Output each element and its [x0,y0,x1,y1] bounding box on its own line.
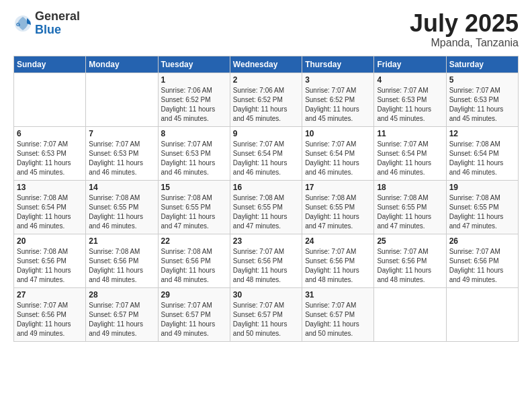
week-row-3: 13Sunrise: 7:08 AM Sunset: 6:54 PM Dayli… [14,180,519,234]
day-number: 25 [377,236,443,246]
calendar-cell: 31Sunrise: 7:07 AM Sunset: 6:57 PM Dayli… [302,287,374,341]
day-number: 9 [233,129,299,138]
calendar-cell: 28Sunrise: 7:07 AM Sunset: 6:57 PM Dayli… [86,287,158,341]
week-row-4: 20Sunrise: 7:08 AM Sunset: 6:56 PM Dayli… [14,234,519,287]
calendar-cell [86,73,158,126]
calendar-cell: 8Sunrise: 7:07 AM Sunset: 6:53 PM Daylig… [158,126,230,180]
cell-content: Sunrise: 7:07 AM Sunset: 6:56 PM Dayligh… [377,247,443,285]
calendar-cell: 30Sunrise: 7:07 AM Sunset: 6:57 PM Dayli… [230,287,302,341]
day-number: 15 [161,183,227,192]
column-header-monday: Monday [86,56,158,73]
svg-text:G: G [16,21,20,28]
calendar-cell: 5Sunrise: 7:07 AM Sunset: 6:53 PM Daylig… [446,73,518,126]
calendar-cell: 15Sunrise: 7:08 AM Sunset: 6:55 PM Dayli… [158,180,230,234]
logo-icon: G [13,14,32,33]
day-number: 27 [17,290,83,300]
cell-content: Sunrise: 7:07 AM Sunset: 6:57 PM Dayligh… [161,301,227,338]
day-number: 14 [89,183,154,192]
day-number: 29 [161,290,227,300]
header: G General Blue July 2025 Mpanda, Tanzani… [13,10,519,49]
day-number: 3 [305,75,371,85]
cell-content: Sunrise: 7:07 AM Sunset: 6:56 PM Dayligh… [233,247,299,285]
day-number: 5 [449,75,515,85]
day-number: 22 [161,236,227,246]
calendar-cell: 29Sunrise: 7:07 AM Sunset: 6:57 PM Dayli… [158,287,230,341]
month-title: July 2025 [410,10,519,37]
calendar-cell: 3Sunrise: 7:07 AM Sunset: 6:52 PM Daylig… [302,73,374,126]
calendar-cell: 27Sunrise: 7:07 AM Sunset: 6:56 PM Dayli… [14,287,86,341]
cell-content: Sunrise: 7:08 AM Sunset: 6:55 PM Dayligh… [449,193,515,231]
calendar-cell: 17Sunrise: 7:08 AM Sunset: 6:55 PM Dayli… [302,180,374,234]
cell-content: Sunrise: 7:07 AM Sunset: 6:53 PM Dayligh… [161,140,227,177]
cell-content: Sunrise: 7:07 AM Sunset: 6:57 PM Dayligh… [233,301,299,338]
cell-content: Sunrise: 7:08 AM Sunset: 6:56 PM Dayligh… [17,247,83,285]
calendar-cell: 22Sunrise: 7:08 AM Sunset: 6:56 PM Dayli… [158,234,230,287]
day-number: 19 [449,183,515,192]
week-row-1: 1Sunrise: 7:06 AM Sunset: 6:52 PM Daylig… [14,73,519,126]
calendar-cell: 23Sunrise: 7:07 AM Sunset: 6:56 PM Dayli… [230,234,302,287]
cell-content: Sunrise: 7:07 AM Sunset: 6:53 PM Dayligh… [377,86,443,124]
day-number: 12 [449,129,515,138]
day-number: 13 [17,183,83,192]
calendar-cell: 1Sunrise: 7:06 AM Sunset: 6:52 PM Daylig… [158,73,230,126]
cell-content: Sunrise: 7:07 AM Sunset: 6:54 PM Dayligh… [305,140,371,177]
calendar-cell: 12Sunrise: 7:08 AM Sunset: 6:54 PM Dayli… [446,126,518,180]
week-row-5: 27Sunrise: 7:07 AM Sunset: 6:56 PM Dayli… [14,287,519,341]
calendar-cell [446,287,518,341]
calendar-cell: 26Sunrise: 7:07 AM Sunset: 6:56 PM Dayli… [446,234,518,287]
column-header-sunday: Sunday [14,56,86,73]
column-header-friday: Friday [374,56,446,73]
cell-content: Sunrise: 7:07 AM Sunset: 6:53 PM Dayligh… [17,140,83,177]
calendar-cell [374,287,446,341]
day-number: 4 [377,75,443,85]
calendar-cell: 10Sunrise: 7:07 AM Sunset: 6:54 PM Dayli… [302,126,374,180]
column-header-thursday: Thursday [302,56,374,73]
day-number: 16 [233,183,299,192]
calendar-cell: 2Sunrise: 7:06 AM Sunset: 6:52 PM Daylig… [230,73,302,126]
logo-blue-label: Blue [35,24,80,37]
cell-content: Sunrise: 7:07 AM Sunset: 6:53 PM Dayligh… [89,140,154,177]
day-number: 23 [233,236,299,246]
week-row-2: 6Sunrise: 7:07 AM Sunset: 6:53 PM Daylig… [14,126,519,180]
cell-content: Sunrise: 7:06 AM Sunset: 6:52 PM Dayligh… [161,86,227,124]
calendar-cell: 4Sunrise: 7:07 AM Sunset: 6:53 PM Daylig… [374,73,446,126]
calendar-cell: 21Sunrise: 7:08 AM Sunset: 6:56 PM Dayli… [86,234,158,287]
calendar-cell: 25Sunrise: 7:07 AM Sunset: 6:56 PM Dayli… [374,234,446,287]
cell-content: Sunrise: 7:07 AM Sunset: 6:54 PM Dayligh… [233,140,299,177]
day-number: 31 [305,290,371,300]
calendar-cell: 24Sunrise: 7:07 AM Sunset: 6:56 PM Dayli… [302,234,374,287]
cell-content: Sunrise: 7:07 AM Sunset: 6:52 PM Dayligh… [305,86,371,124]
day-number: 28 [89,290,154,300]
page: G General Blue July 2025 Mpanda, Tanzani… [0,0,532,411]
calendar-cell: 9Sunrise: 7:07 AM Sunset: 6:54 PM Daylig… [230,126,302,180]
day-number: 18 [377,183,443,192]
calendar-cell: 16Sunrise: 7:08 AM Sunset: 6:55 PM Dayli… [230,180,302,234]
cell-content: Sunrise: 7:08 AM Sunset: 6:55 PM Dayligh… [377,193,443,231]
calendar-cell: 13Sunrise: 7:08 AM Sunset: 6:54 PM Dayli… [14,180,86,234]
cell-content: Sunrise: 7:08 AM Sunset: 6:55 PM Dayligh… [305,193,371,231]
column-header-saturday: Saturday [446,56,518,73]
location: Mpanda, Tanzania [410,37,519,49]
calendar-cell: 6Sunrise: 7:07 AM Sunset: 6:53 PM Daylig… [14,126,86,180]
calendar-cell: 19Sunrise: 7:08 AM Sunset: 6:55 PM Dayli… [446,180,518,234]
day-number: 1 [161,75,227,85]
cell-content: Sunrise: 7:07 AM Sunset: 6:57 PM Dayligh… [305,301,371,338]
day-number: 21 [89,236,154,246]
day-number: 26 [449,236,515,246]
day-number: 6 [17,129,83,138]
calendar-cell: 7Sunrise: 7:07 AM Sunset: 6:53 PM Daylig… [86,126,158,180]
calendar-cell: 14Sunrise: 7:08 AM Sunset: 6:55 PM Dayli… [86,180,158,234]
day-number: 11 [377,129,443,138]
cell-content: Sunrise: 7:08 AM Sunset: 6:55 PM Dayligh… [233,193,299,231]
calendar-cell: 18Sunrise: 7:08 AM Sunset: 6:55 PM Dayli… [374,180,446,234]
cell-content: Sunrise: 7:08 AM Sunset: 6:56 PM Dayligh… [89,247,154,285]
calendar-table: SundayMondayTuesdayWednesdayThursdayFrid… [13,56,519,342]
column-header-wednesday: Wednesday [230,56,302,73]
cell-content: Sunrise: 7:07 AM Sunset: 6:54 PM Dayligh… [377,140,443,177]
day-number: 30 [233,290,299,300]
cell-content: Sunrise: 7:08 AM Sunset: 6:54 PM Dayligh… [17,193,83,231]
logo-text: General Blue [35,10,80,37]
header-row: SundayMondayTuesdayWednesdayThursdayFrid… [14,56,519,73]
day-number: 8 [161,129,227,138]
cell-content: Sunrise: 7:07 AM Sunset: 6:56 PM Dayligh… [305,247,371,285]
